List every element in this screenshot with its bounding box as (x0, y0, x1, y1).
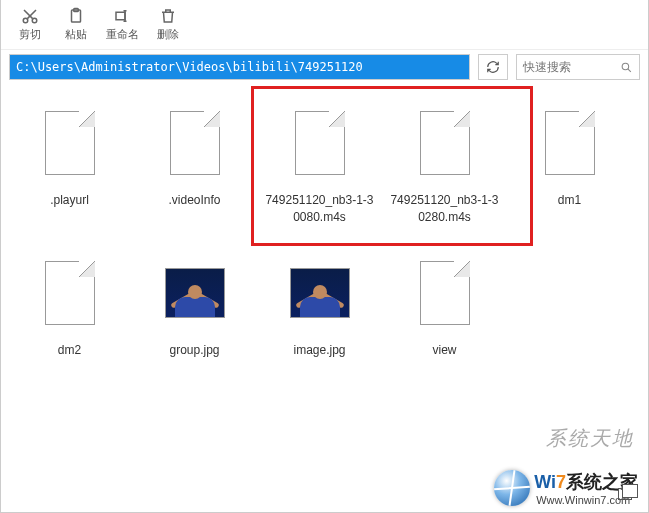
document-icon (290, 104, 350, 182)
document-icon (40, 254, 100, 332)
document-icon (40, 104, 100, 182)
toolbar: 剪切 粘贴 重命名 删除 (1, 0, 648, 50)
svg-point-5 (622, 63, 629, 69)
image-thumbnail (290, 254, 350, 332)
refresh-button[interactable] (478, 54, 508, 80)
cut-label: 剪切 (19, 27, 41, 42)
paste-button[interactable]: 粘贴 (53, 3, 99, 47)
file-name: group.jpg (169, 342, 219, 359)
file-name: 749251120_nb3-1-30280.m4s (390, 192, 500, 226)
svg-point-0 (23, 18, 28, 23)
resize-grip-icon (618, 488, 632, 500)
file-item[interactable]: view (382, 244, 507, 394)
file-name: 749251120_nb3-1-30080.m4s (265, 192, 375, 226)
file-item[interactable]: dm2 (7, 244, 132, 394)
svg-point-1 (32, 18, 37, 23)
refresh-icon (486, 60, 500, 74)
file-name: .playurl (50, 192, 89, 209)
watermark-text: 系统天地 (546, 425, 634, 452)
file-item[interactable]: 749251120_nb3-1-30080.m4s (257, 94, 382, 244)
path-text: C:\Users\Administrator\Videos\bilibili\7… (16, 60, 363, 74)
delete-label: 删除 (157, 27, 179, 42)
file-item[interactable]: .videoInfo (132, 94, 257, 244)
file-item[interactable]: image.jpg (257, 244, 382, 394)
rename-icon (113, 7, 131, 25)
clipboard-icon (67, 7, 85, 25)
document-icon (415, 254, 475, 332)
file-name: image.jpg (293, 342, 345, 359)
paste-label: 粘贴 (65, 27, 87, 42)
search-icon (620, 61, 633, 74)
file-grid: .playurl.videoInfo749251120_nb3-1-30080.… (1, 84, 648, 404)
cut-button[interactable]: 剪切 (7, 3, 53, 47)
file-item[interactable]: 749251120_nb3-1-30280.m4s (382, 94, 507, 244)
search-input[interactable]: 快速搜索 (516, 54, 640, 80)
document-icon (415, 104, 475, 182)
address-bar: C:\Users\Administrator\Videos\bilibili\7… (1, 50, 648, 84)
file-item[interactable]: .playurl (7, 94, 132, 244)
windows-orb-icon (494, 470, 530, 506)
file-name: .videoInfo (168, 192, 220, 209)
document-icon (165, 104, 225, 182)
file-item[interactable]: dm1 (507, 94, 632, 244)
file-name: dm2 (58, 342, 81, 359)
file-name: view (432, 342, 456, 359)
rename-button[interactable]: 重命名 (99, 3, 145, 47)
scissors-icon (21, 7, 39, 25)
logo-watermark: Wi7系统之家 Www.Winwin7.com (494, 470, 638, 506)
svg-rect-4 (116, 12, 125, 20)
rename-label: 重命名 (106, 27, 139, 42)
trash-icon (159, 7, 177, 25)
path-input[interactable]: C:\Users\Administrator\Videos\bilibili\7… (9, 54, 470, 80)
search-placeholder: 快速搜索 (523, 59, 571, 76)
file-item[interactable]: group.jpg (132, 244, 257, 394)
delete-button[interactable]: 删除 (145, 3, 191, 47)
document-icon (540, 104, 600, 182)
image-thumbnail (165, 254, 225, 332)
file-name: dm1 (558, 192, 581, 209)
